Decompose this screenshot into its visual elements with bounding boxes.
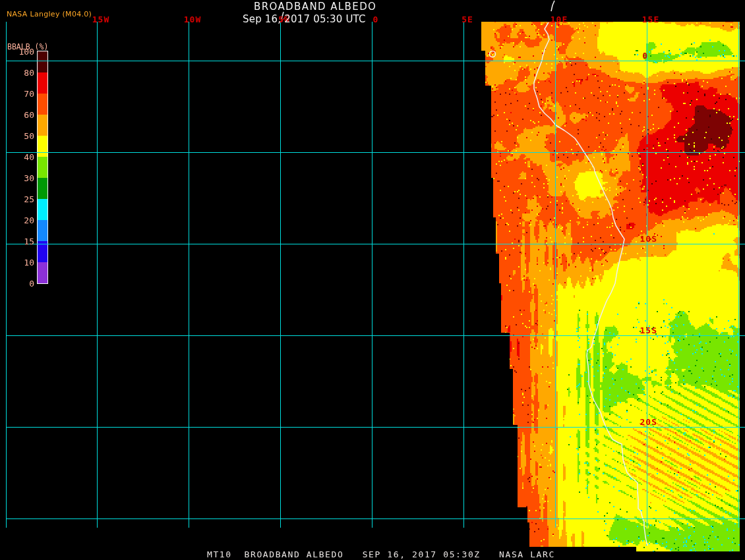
longitude-label: 5E (462, 14, 473, 24)
legend-scale-value: 80 (8, 68, 34, 78)
latitude-label: 10S (618, 234, 657, 244)
albedo-map-page: NASA Langley (M04.0) BROADBAND ALBEDO Se… (0, 0, 745, 560)
legend-scale-value: 20 (8, 215, 34, 225)
legend-scale-value: 10 (8, 258, 34, 267)
grid-line-vertical (280, 22, 281, 528)
grid-line-horizontal (6, 518, 745, 519)
albedo-data-canvas (0, 0, 745, 560)
legend-color-segment (38, 94, 47, 115)
grid-line-vertical (6, 22, 7, 528)
longitude-label: 15E (642, 14, 659, 24)
grid-line-vertical (647, 22, 647, 528)
status-bar-text: MT10 BROADBAND ALBEDO SEP 16, 2017 05:30… (207, 549, 555, 559)
legend-scale-value: 15 (8, 237, 34, 246)
longitude-label: 15W (92, 14, 109, 24)
page-subtitle-datetime: Sep 16, 2017 05:30 UTC (243, 13, 366, 25)
latitude-label: 15S (618, 325, 657, 335)
grid-line-vertical (555, 22, 556, 528)
grid-line-horizontal (6, 244, 745, 244)
grid-line-horizontal (6, 152, 745, 153)
grid-line-horizontal (6, 61, 745, 61)
legend-color-segment (38, 199, 47, 220)
legend-color-bar (37, 51, 48, 284)
latitude-label: 5S (618, 142, 657, 152)
legend-color-segment (38, 157, 47, 178)
page-title: BROADBAND ALBEDO (254, 1, 376, 13)
legend-color-segment (38, 220, 47, 241)
legend-scale-value: 0 (8, 279, 34, 289)
legend-scale-value: 50 (8, 131, 34, 141)
legend-scale-value: 40 (8, 152, 34, 162)
nasa-langley-credit: NASA Langley (M04.0) (7, 10, 92, 18)
grid-line-vertical (738, 22, 739, 528)
legend-scale-value: 30 (8, 173, 34, 183)
grid-line-horizontal (6, 335, 745, 336)
longitude-label: 10W (184, 14, 201, 24)
grid-line-vertical (463, 22, 464, 528)
legend-color-segment (38, 115, 47, 136)
grid-line-horizontal (6, 427, 745, 428)
legend-color-segment (38, 136, 47, 157)
legend-scale-value: 60 (8, 110, 34, 120)
longitude-label: 10E (551, 14, 568, 24)
grid-line-vertical (97, 22, 98, 528)
longitude-label: 0 (373, 14, 379, 24)
latitude-label: 20S (618, 417, 657, 427)
grid-line-vertical (189, 22, 189, 528)
legend-color-segment (38, 72, 47, 94)
legend-color-segment (38, 51, 47, 72)
legend-scale-value: 70 (8, 89, 34, 99)
legend-scale-value: 25 (8, 194, 34, 204)
legend-color-segment (38, 178, 47, 199)
legend-scale-value: 100 (8, 47, 34, 57)
legend-color-segment (38, 262, 47, 283)
latitude-label: 0 (609, 51, 648, 61)
grid-line-vertical (372, 22, 372, 528)
